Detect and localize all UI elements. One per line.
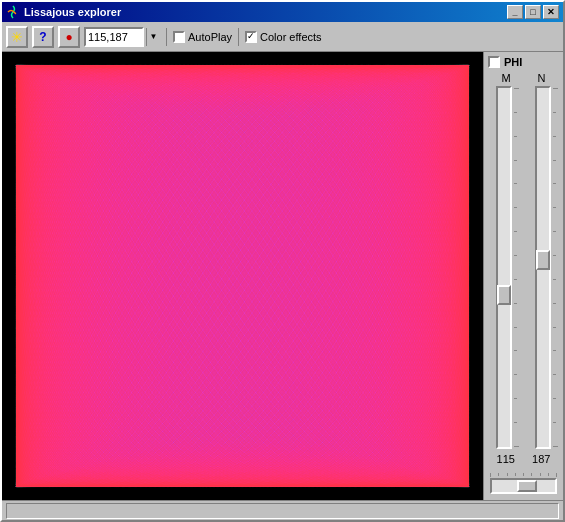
main-window: Lissajous explorer _ □ ✕ ✳ ? ● 115,187 ▼… [0,0,565,522]
main-content: PHI M N [2,52,563,500]
canvas-area[interactable] [2,52,483,500]
m-slider-container [488,86,520,449]
sunburst-button[interactable]: ✳ [6,26,28,48]
phi-checkbox[interactable] [488,56,500,68]
minimize-button[interactable]: _ [507,5,523,19]
phi-row: PHI [488,56,559,68]
phi-slider-thumb[interactable] [517,480,537,492]
toolbar: ✳ ? ● 115,187 ▼ AutoPlay Color effects [2,22,563,52]
n-slider-track[interactable] [535,86,551,449]
status-bar [2,500,563,520]
m-label: M [501,72,510,84]
autoplay-label: AutoPlay [188,31,232,43]
close-button[interactable]: ✕ [543,5,559,19]
mn-values: 115 187 [488,453,559,465]
value-dropdown[interactable]: 115,187 [84,27,144,47]
autoplay-checkbox-group[interactable]: AutoPlay [173,31,232,43]
sunburst-icon: ✳ [11,29,23,45]
record-button[interactable]: ● [58,26,80,48]
title-buttons: _ □ ✕ [507,5,559,19]
lissajous-canvas[interactable] [2,52,483,500]
maximize-button[interactable]: □ [525,5,541,19]
dropdown-value: 115,187 [88,31,128,43]
autoplay-checkbox[interactable] [173,31,185,43]
title-text: Lissajous explorer [24,6,121,18]
title-bar: Lissajous explorer _ □ ✕ [2,2,563,22]
title-bar-left: Lissajous explorer [6,5,121,19]
n-slider-thumb[interactable] [536,250,550,270]
color-effects-checkbox-group[interactable]: Color effects [245,31,322,43]
color-effects-label: Color effects [260,31,322,43]
n-slider-container [528,86,560,449]
separator-1 [166,28,167,46]
dropdown-container: 115,187 ▼ [84,27,160,47]
separator-2 [238,28,239,46]
help-button[interactable]: ? [32,26,54,48]
record-icon: ● [65,30,72,44]
status-panel-1 [6,503,559,519]
question-icon: ? [39,30,46,44]
m-slider-thumb[interactable] [497,285,511,305]
color-effects-checkbox[interactable] [245,31,257,43]
sliders-row [488,86,559,449]
phi-slider-track[interactable] [490,478,557,494]
app-icon [6,5,20,19]
dropdown-arrow[interactable]: ▼ [146,28,160,46]
right-panel: PHI M N [483,52,563,500]
n-label: N [538,72,546,84]
n-value: 187 [532,453,550,465]
m-value: 115 [497,453,515,465]
phi-label-text: PHI [504,56,522,68]
mn-labels: M N [488,72,559,84]
m-slider-track[interactable] [496,86,512,449]
bottom-slider-area [488,471,559,496]
